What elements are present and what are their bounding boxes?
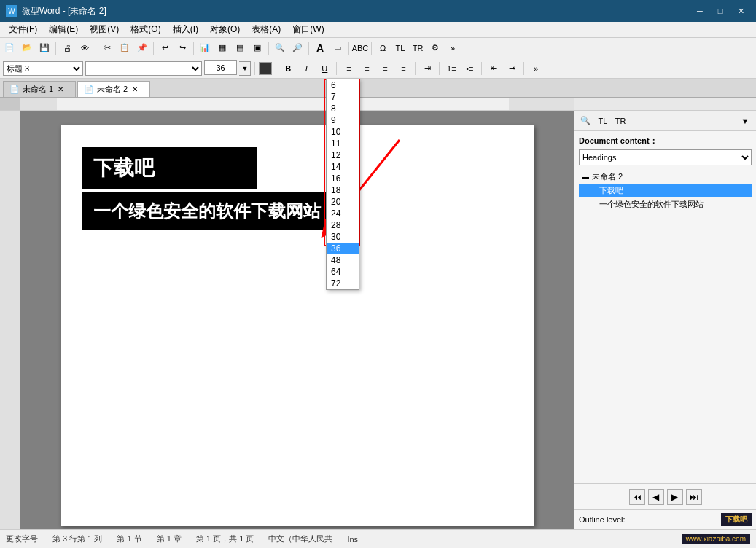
nav-next[interactable]: ▶ [667, 489, 683, 505]
status-overtype: 更改字号 [6, 533, 38, 544]
sep-fmt3 [336, 62, 337, 75]
menu-insert[interactable]: 插入(I) [167, 22, 204, 37]
layout-button[interactable]: ▣ [249, 40, 265, 56]
italic-button[interactable]: I [298, 60, 314, 77]
size-opt-36[interactable]: 36 [327, 243, 359, 254]
tab-label2: 未命名 2 [97, 84, 128, 95]
tab-close1[interactable]: ✕ [58, 85, 63, 93]
tree-leaf-2[interactable]: 一个绿色安全的软件下载网站 [579, 197, 752, 211]
app-title: 微型Word - [未命名 2] [22, 5, 690, 17]
document-area[interactable]: 下载吧 一个绿色安全的软件下载网站！ [20, 111, 574, 529]
size-dropdown-button[interactable]: ▼ [239, 61, 251, 76]
font-size-dropdown[interactable]: 6 7 8 9 10 11 12 14 16 18 20 24 28 30 36… [326, 79, 359, 290]
size-opt-24[interactable]: 24 [327, 208, 359, 219]
underline-button[interactable]: U [316, 60, 332, 77]
size-opt-30[interactable]: 30 [327, 231, 359, 243]
size-opt-10[interactable]: 10 [327, 126, 359, 138]
open-button[interactable]: 📂 [19, 40, 35, 56]
print-preview-button[interactable]: 👁 [77, 40, 93, 56]
tab-unnamed1[interactable]: 📄 未命名 1 ✕ [3, 81, 76, 97]
tr-button[interactable]: TR [410, 40, 426, 56]
menu-file[interactable]: 文件(F) [3, 22, 43, 37]
menu-window[interactable]: 窗口(W) [287, 22, 330, 37]
tree-leaf-1-label: 下载吧 [599, 186, 623, 195]
menu-edit[interactable]: 编辑(E) [43, 22, 84, 37]
menu-view[interactable]: 视图(V) [84, 22, 125, 37]
bold-button[interactable]: B [280, 60, 296, 77]
size-opt-14[interactable]: 14 [327, 161, 359, 173]
status-watermark: www.xiazaiba.com [682, 534, 750, 544]
nav-last[interactable]: ⏭ [686, 489, 702, 505]
tree-root[interactable]: ▬ 未命名 2 [579, 170, 752, 184]
num-list-button[interactable]: 1≡ [443, 60, 459, 77]
paste-button[interactable]: 📌 [134, 40, 150, 56]
font-size-input[interactable] [204, 60, 237, 75]
size-opt-72[interactable]: 72 [327, 278, 359, 289]
font-button[interactable]: A [312, 40, 328, 56]
new-button[interactable]: 📄 [1, 40, 17, 56]
size-opt-48[interactable]: 48 [327, 254, 359, 266]
tab-unnamed2[interactable]: 📄 未命名 2 ✕ [77, 81, 150, 97]
columns-button[interactable]: ▤ [232, 40, 248, 56]
bul-list-button[interactable]: •≡ [461, 60, 478, 77]
font-color-button[interactable] [259, 62, 272, 75]
size-opt-6[interactable]: 6 [327, 79, 359, 91]
size-opt-12[interactable]: 12 [327, 149, 359, 161]
tab-close2[interactable]: ✕ [132, 85, 138, 93]
rp-btn1[interactable]: 🔍 [577, 113, 593, 129]
menu-object[interactable]: 对象(O) [204, 22, 246, 37]
menu-table[interactable]: 表格(A) [246, 22, 287, 37]
font-select[interactable] [85, 61, 202, 76]
size-opt-18[interactable]: 18 [327, 184, 359, 196]
size-opt-8[interactable]: 8 [327, 103, 359, 114]
rp-btn3[interactable]: TR [612, 113, 628, 129]
tree-leaf-1[interactable]: 下载吧 [579, 184, 752, 197]
more-button[interactable]: » [445, 40, 461, 56]
minimize-button[interactable]: ─ [690, 4, 709, 18]
sep5 [268, 42, 269, 55]
heading-1: 下载吧 [82, 147, 257, 189]
headings-select[interactable]: Headings [579, 149, 752, 165]
size-opt-64[interactable]: 64 [327, 266, 359, 278]
outdent-button[interactable]: ⇤ [486, 60, 502, 77]
size-opt-16[interactable]: 16 [327, 173, 359, 184]
nav-prev[interactable]: ◀ [648, 489, 664, 505]
align-center-button[interactable]: ≡ [359, 60, 375, 77]
ruler-corner [0, 98, 20, 111]
indent-button[interactable]: ⇥ [419, 60, 435, 77]
spell-button[interactable]: ABC [352, 40, 368, 56]
maximize-button[interactable]: □ [711, 4, 730, 18]
chart-button[interactable]: 📊 [197, 40, 213, 56]
rp-more[interactable]: ▼ [737, 113, 753, 129]
size-opt-9[interactable]: 9 [327, 114, 359, 126]
undo-button[interactable]: ↩ [157, 40, 173, 56]
statusbar: 更改字号 第 3 行第 1 列 第 1 节 第 1 章 第 1 页，共 1 页 … [0, 529, 756, 548]
more-fmt-button[interactable]: » [528, 60, 544, 77]
indent2-button[interactable]: ⇥ [504, 60, 520, 77]
style-select[interactable]: 标题 3 [3, 61, 83, 76]
table-button[interactable]: ▦ [214, 40, 230, 56]
size-opt-11[interactable]: 11 [327, 138, 359, 149]
nav-first[interactable]: ⏮ [629, 489, 645, 505]
copy-button[interactable]: 📋 [117, 40, 133, 56]
find-button[interactable]: 🔍 [272, 40, 288, 56]
tab-label1: 未命名 1 [23, 84, 53, 95]
print-button[interactable]: 🖨 [59, 40, 75, 56]
menu-format[interactable]: 格式(O) [125, 22, 166, 37]
frame-button[interactable]: ▭ [330, 40, 346, 56]
align-justify-button[interactable]: ≡ [395, 60, 411, 77]
redo-button[interactable]: ↪ [174, 40, 190, 56]
extra-button[interactable]: ⚙ [427, 40, 443, 56]
rp-btn2[interactable]: TL [595, 113, 611, 129]
size-opt-7[interactable]: 7 [327, 91, 359, 103]
align-right-button[interactable]: ≡ [377, 60, 393, 77]
save-button[interactable]: 💾 [36, 40, 52, 56]
cut-button[interactable]: ✂ [99, 40, 115, 56]
symbol-button[interactable]: Ω [375, 40, 391, 56]
zoom-button[interactable]: 🔎 [289, 40, 305, 56]
tl-button[interactable]: TL [392, 40, 408, 56]
size-opt-28[interactable]: 28 [327, 219, 359, 231]
close-button[interactable]: ✕ [731, 4, 750, 18]
align-left-button[interactable]: ≡ [340, 60, 356, 77]
size-opt-20[interactable]: 20 [327, 196, 359, 208]
